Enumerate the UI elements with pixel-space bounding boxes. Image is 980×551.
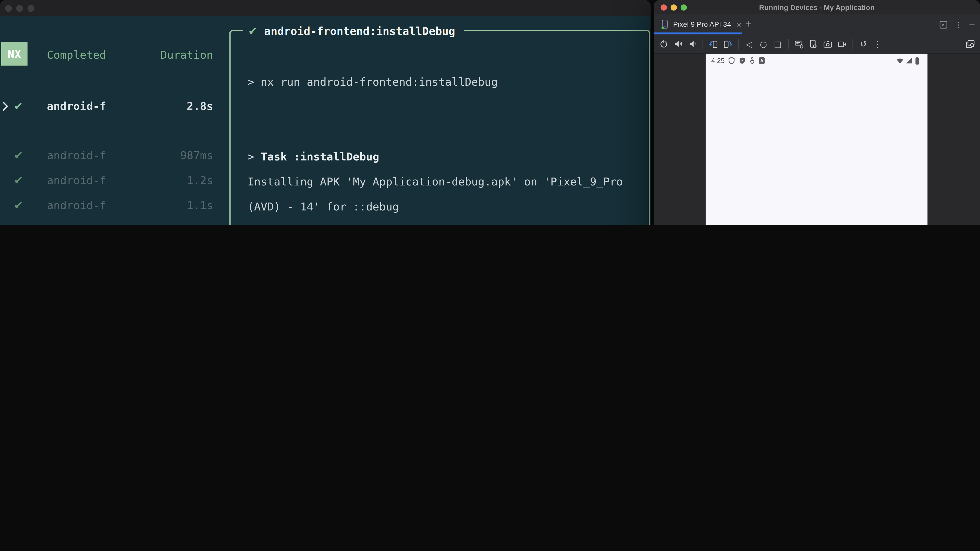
task-duration: 1.2s bbox=[125, 173, 213, 188]
task-duration: 1.1s bbox=[125, 198, 213, 213]
check-icon: ✔ bbox=[14, 198, 23, 213]
task-duration: 987ms bbox=[125, 148, 213, 163]
float-window-icon[interactable] bbox=[939, 21, 948, 29]
more-options-icon[interactable]: ⋮ bbox=[955, 20, 963, 29]
terminal-titlebar[interactable] bbox=[0, 0, 651, 16]
active-tab-underline bbox=[654, 32, 742, 34]
rotate-right-icon[interactable] bbox=[723, 39, 732, 48]
wellbeing-icon bbox=[749, 57, 755, 65]
toolbar-separator bbox=[738, 38, 738, 49]
output-line-task: >Task :installDebug bbox=[248, 149, 379, 164]
device-display-area: 4:25 A Hello Android! bbox=[654, 54, 980, 225]
android-status-bar: 4:25 A bbox=[706, 56, 928, 65]
task-name: android-f bbox=[47, 198, 106, 213]
hide-panel-icon[interactable]: ─ bbox=[969, 20, 974, 29]
home-button-icon[interactable]: ○ bbox=[759, 39, 768, 48]
window-title: Running Devices - My Application bbox=[654, 0, 980, 14]
shield-outline-icon bbox=[728, 57, 735, 64]
phone-device-icon bbox=[661, 19, 669, 29]
task-line-text: Task :installDebug bbox=[261, 151, 379, 163]
wifi-icon bbox=[896, 57, 904, 64]
hardware-input-icon[interactable] bbox=[794, 39, 804, 48]
check-icon: ✔ bbox=[14, 148, 23, 163]
toolbar-separator bbox=[703, 38, 703, 49]
close-window-button[interactable] bbox=[5, 5, 12, 12]
minimize-window-button[interactable] bbox=[16, 5, 23, 12]
tab-pixel-9-pro[interactable]: Pixel 9 Pro API 34 × bbox=[654, 14, 742, 34]
output-line-command: >nx run android-frontend:installDebug bbox=[248, 74, 498, 89]
task-output-panel: ✔ android-frontend:installDebug >nx run … bbox=[229, 30, 650, 225]
check-icon: ✔ bbox=[14, 223, 23, 225]
desktop: NX Completed Duration ✔ android-f 2.8s ✔… bbox=[0, 0, 980, 225]
device-screen[interactable]: 4:25 A Hello Android! bbox=[706, 54, 928, 225]
task-name: android-f bbox=[47, 148, 106, 163]
tabbar-window-controls: ⋮ ─ bbox=[939, 14, 974, 34]
device-toolbar: ◁ ○ □ ↺ ⋮ bbox=[654, 35, 980, 54]
studio-titlebar[interactable]: Running Devices - My Application bbox=[654, 0, 980, 14]
column-header-completed: Completed bbox=[47, 48, 106, 62]
cellular-signal-icon bbox=[906, 57, 913, 64]
app-badge-icon: A bbox=[759, 57, 765, 64]
check-icon: ✔ bbox=[14, 173, 23, 188]
nx-logo: NX bbox=[1, 42, 27, 65]
terminal-window: NX Completed Duration ✔ android-f 2.8s ✔… bbox=[0, 0, 651, 225]
reset-view-icon[interactable]: ↺ bbox=[859, 39, 868, 48]
task-row[interactable]: ✔ android-f 1.2s bbox=[0, 173, 225, 188]
svg-text:A: A bbox=[760, 58, 763, 63]
volume-down-icon[interactable] bbox=[687, 39, 697, 48]
prompt-glyph: > bbox=[248, 151, 254, 163]
terminal-body: NX Completed Duration ✔ android-f 2.8s ✔… bbox=[0, 16, 651, 225]
task-name: android-f bbox=[47, 99, 106, 114]
device-settings-icon[interactable] bbox=[809, 39, 818, 48]
column-header-duration: Duration bbox=[125, 48, 213, 62]
more-options-icon[interactable]: ⋮ bbox=[873, 39, 883, 48]
task-name: android-f bbox=[47, 223, 106, 225]
prompt-glyph: > bbox=[248, 76, 254, 88]
shield-play-icon bbox=[739, 57, 746, 64]
task-row[interactable]: ✔ android-f 987ms bbox=[0, 148, 225, 163]
task-name: android-f bbox=[47, 173, 106, 188]
battery-icon bbox=[915, 57, 919, 65]
command-text: nx run android-frontend:installDebug bbox=[261, 76, 498, 88]
statusbar-system-icons bbox=[896, 56, 920, 65]
output-line-install3: Installed on 1 device. bbox=[248, 224, 393, 225]
running-devices-window: Running Devices - My Application Pixel 9… bbox=[654, 0, 980, 225]
check-icon: ✔ bbox=[14, 99, 23, 114]
toolbar-separator bbox=[788, 38, 789, 49]
output-line-install2: (AVD) - 14' for ::debug bbox=[248, 199, 399, 214]
zoom-window-button[interactable] bbox=[27, 5, 35, 12]
screenshot-camera-icon[interactable] bbox=[823, 39, 832, 48]
tab-close-icon[interactable]: × bbox=[737, 20, 741, 29]
screen-record-icon[interactable] bbox=[838, 39, 847, 48]
chevron-right-icon bbox=[2, 101, 9, 111]
back-button-icon[interactable]: ◁ bbox=[745, 39, 754, 48]
task-duration: 2.8s bbox=[125, 99, 213, 114]
output-panel-title: ✔ android-frontend:installDebug bbox=[243, 22, 464, 39]
volume-up-icon[interactable] bbox=[673, 39, 682, 48]
power-button-icon[interactable] bbox=[659, 39, 668, 48]
overview-button-icon[interactable]: □ bbox=[773, 39, 783, 48]
check-icon: ✔ bbox=[248, 25, 257, 37]
device-tab-bar: Pixel 9 Pro API 34 × + ⋮ ─ bbox=[654, 14, 980, 34]
rotate-left-icon[interactable] bbox=[709, 39, 718, 48]
task-duration: 815ms bbox=[125, 223, 213, 225]
tab-label: Pixel 9 Pro API 34 bbox=[673, 21, 731, 28]
task-row-focused[interactable]: ✔ android-f 2.8s bbox=[0, 99, 225, 114]
output-panel-title-text: android-frontend:installDebug bbox=[264, 25, 455, 37]
toolbar-separator bbox=[853, 38, 853, 49]
clock-label: 4:25 bbox=[711, 56, 724, 65]
task-row[interactable]: ✔ android-f 1.1s bbox=[0, 198, 225, 213]
add-tab-button[interactable]: + bbox=[746, 14, 752, 34]
device-search-icon[interactable] bbox=[966, 39, 975, 49]
output-line-install1: Installing APK 'My Application-debug.apk… bbox=[248, 174, 623, 189]
task-row[interactable]: ✔ android-f 815ms bbox=[0, 223, 225, 225]
statusbar-notification-icons: A bbox=[728, 56, 765, 65]
